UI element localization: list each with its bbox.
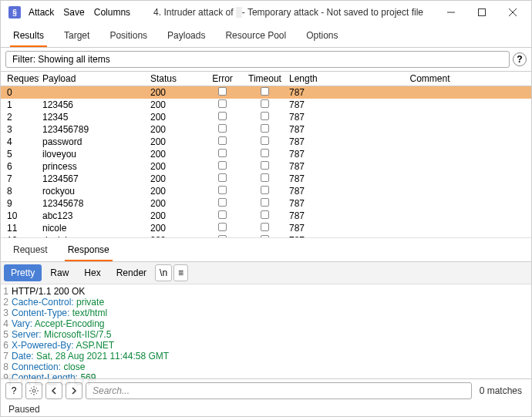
menu-bar: Attack Save Columns <box>29 7 130 18</box>
view-pretty-button[interactable]: Pretty <box>4 264 42 281</box>
table-row[interactable]: 8rockyou200787 <box>1 185 531 197</box>
newline-toggle-button[interactable]: \n <box>155 264 172 281</box>
response-body[interactable]: 1HTTP/1.1 200 OK2Cache-Control: private3… <box>1 284 531 378</box>
results-table-header: Request Payload Status Error Timeout Len… <box>1 71 531 86</box>
close-button[interactable] <box>497 1 528 24</box>
checkbox-icon <box>218 112 227 120</box>
checkbox-icon <box>218 186 227 194</box>
col-request[interactable]: Request <box>1 73 39 84</box>
checkbox-icon <box>261 124 269 133</box>
svg-line-12 <box>36 388 37 388</box>
checkbox-icon <box>261 173 269 182</box>
checkbox-icon <box>218 223 227 231</box>
table-row[interactable]: 6princess200787 <box>1 160 531 173</box>
next-match-button[interactable] <box>66 382 82 399</box>
menu-attack[interactable]: Attack <box>29 7 54 18</box>
titlebar: § Attack Save Columns 4. Intruder attack… <box>1 1 531 24</box>
col-length[interactable]: Length <box>286 73 328 84</box>
table-row[interactable]: 10abc123200787 <box>1 210 531 222</box>
tab-target[interactable]: Target <box>61 27 93 47</box>
checkbox-icon <box>261 186 269 194</box>
app-icon: § <box>8 6 21 18</box>
view-render-button[interactable]: Render <box>109 264 153 281</box>
checkbox-icon <box>261 136 269 145</box>
menu-columns[interactable]: Columns <box>94 7 130 18</box>
view-toolbar: Pretty Raw Hex Render \n ≡ <box>1 262 531 284</box>
footer-bar: ? Search... 0 matches <box>1 378 531 402</box>
search-input[interactable]: Search... <box>86 382 472 399</box>
svg-rect-1 <box>479 9 486 16</box>
checkbox-icon <box>261 161 269 170</box>
checkbox-icon <box>218 149 227 157</box>
checkbox-icon <box>218 161 227 170</box>
table-row[interactable]: 212345200787 <box>1 111 531 123</box>
col-timeout[interactable]: Timeout <box>244 73 286 84</box>
menu-save[interactable]: Save <box>63 7 84 18</box>
tab-options[interactable]: Options <box>303 27 341 47</box>
subtab-request[interactable]: Request <box>10 241 51 261</box>
table-row[interactable]: 1123456200787 <box>1 99 531 111</box>
col-payload[interactable]: Payload <box>39 73 147 84</box>
checkbox-icon <box>218 210 227 219</box>
checkbox-icon <box>261 210 269 219</box>
checkbox-icon <box>218 99 227 108</box>
checkbox-icon <box>218 87 227 96</box>
status-bar: Paused <box>1 402 531 416</box>
table-row[interactable]: 3123456789200787 <box>1 123 531 136</box>
window-title: 4. Intruder attack of - Temporary attack… <box>153 7 436 18</box>
window-controls <box>436 1 528 24</box>
table-row[interactable]: 71234567200787 <box>1 173 531 185</box>
help-icon[interactable]: ? <box>513 52 527 66</box>
col-error[interactable]: Error <box>201 73 244 84</box>
minimize-button[interactable] <box>436 1 466 24</box>
tab-payloads[interactable]: Payloads <box>164 27 208 47</box>
gear-icon[interactable] <box>25 382 42 399</box>
results-table-body[interactable]: 0200787112345620078721234520078731234567… <box>1 86 531 237</box>
checkbox-icon <box>261 87 269 96</box>
redacted-target <box>236 7 242 18</box>
help-icon[interactable]: ? <box>5 382 22 399</box>
view-raw-button[interactable]: Raw <box>43 264 76 281</box>
svg-line-11 <box>31 393 32 394</box>
checkbox-icon <box>261 223 269 231</box>
svg-point-4 <box>32 389 35 392</box>
checkbox-icon <box>261 112 269 120</box>
hamburger-icon[interactable]: ≡ <box>173 264 188 281</box>
prev-match-button[interactable] <box>45 382 62 399</box>
checkbox-icon <box>218 136 227 145</box>
filter-row: Filter: Showing all items ? <box>1 48 531 71</box>
match-count: 0 matches <box>475 385 527 396</box>
checkbox-icon <box>261 99 269 108</box>
checkbox-icon <box>218 198 227 207</box>
col-comment[interactable]: Comment <box>328 73 531 84</box>
table-row[interactable]: 4password200787 <box>1 136 531 148</box>
table-row[interactable]: 912345678200787 <box>1 197 531 210</box>
tab-results[interactable]: Results <box>10 27 47 47</box>
checkbox-icon <box>261 149 269 157</box>
subtab-response[interactable]: Response <box>65 241 113 261</box>
maximize-button[interactable] <box>466 1 497 24</box>
table-row[interactable]: 11nicole200787 <box>1 222 531 234</box>
checkbox-icon <box>261 198 269 207</box>
checkbox-icon <box>218 173 227 182</box>
filter-box[interactable]: Filter: Showing all items <box>5 51 510 68</box>
tab-positions[interactable]: Positions <box>106 27 150 47</box>
svg-line-10 <box>36 393 37 394</box>
message-tabs: RequestResponse <box>1 238 531 262</box>
main-tabs: ResultsTargetPositionsPayloadsResource P… <box>1 24 531 48</box>
tab-resource-pool[interactable]: Resource Pool <box>222 27 289 47</box>
svg-line-9 <box>31 388 32 388</box>
view-hex-button[interactable]: Hex <box>77 264 107 281</box>
table-row[interactable]: 5iloveyou200787 <box>1 148 531 160</box>
col-status[interactable]: Status <box>147 73 201 84</box>
checkbox-icon <box>218 124 227 133</box>
table-row[interactable]: 0200787 <box>1 86 531 99</box>
